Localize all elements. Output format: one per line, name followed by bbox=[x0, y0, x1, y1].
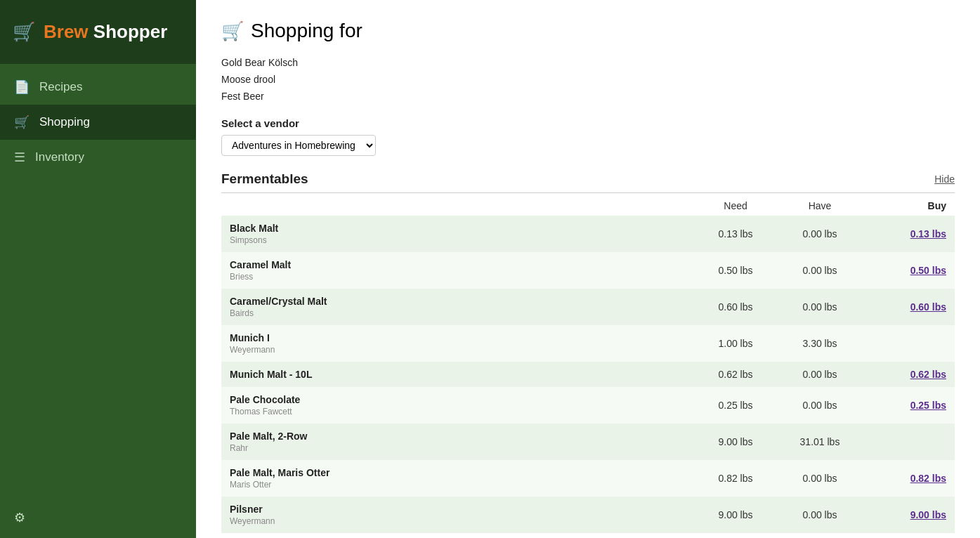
col-buy[interactable]: 0.60 lbs bbox=[862, 301, 946, 313]
buy-link[interactable]: 0.13 lbs bbox=[910, 228, 946, 240]
col-need: 0.50 lbs bbox=[693, 265, 778, 276]
col-need: 0.82 lbs bbox=[693, 473, 778, 484]
row-name: Pilsner bbox=[230, 504, 693, 515]
gear-icon: ⚙ bbox=[14, 511, 25, 525]
col-header-name bbox=[230, 200, 693, 211]
main-content: 🛒 Shopping for Gold Bear Kölsch Moose dr… bbox=[196, 0, 980, 538]
col-buy[interactable]: 0.50 lbs bbox=[862, 265, 946, 276]
sidebar-header: 🛒 Brew Shopper bbox=[0, 0, 196, 64]
row-name: Caramel Malt bbox=[230, 259, 693, 270]
recipe-list: Gold Bear Kölsch Moose drool Fest Beer bbox=[221, 55, 955, 105]
buy-link[interactable]: 9.00 lbs bbox=[910, 509, 946, 520]
fermentables-header: Fermentables Hide bbox=[221, 171, 955, 193]
col-have: 0.00 lbs bbox=[778, 265, 862, 276]
col-have: 0.00 lbs bbox=[778, 369, 862, 380]
vendor-label: Select a vendor bbox=[221, 117, 955, 129]
col-need: 0.25 lbs bbox=[693, 400, 778, 411]
table-row: PilsnerWeyermann9.00 lbs0.00 lbs9.00 lbs bbox=[221, 497, 955, 533]
row-name: Black Malt bbox=[230, 223, 693, 234]
table-row: Pale Malt, Maris OtterMaris Otter0.82 lb… bbox=[221, 460, 955, 497]
col-need: 0.13 lbs bbox=[693, 228, 778, 240]
recipe-item-1: Gold Bear Kölsch bbox=[221, 55, 955, 72]
col-need: 0.62 lbs bbox=[693, 369, 778, 380]
brand-brew: Brew bbox=[44, 21, 89, 42]
table-row: Caramel/Crystal MaltBairds0.60 lbs0.00 l… bbox=[221, 289, 955, 325]
col-have: 0.00 lbs bbox=[778, 509, 862, 520]
col-need: 0.60 lbs bbox=[693, 301, 778, 313]
col-have: 0.00 lbs bbox=[778, 228, 862, 240]
col-header-have: Have bbox=[778, 200, 862, 211]
recipe-item-2: Moose drool bbox=[221, 72, 955, 88]
page-title: 🛒 Shopping for bbox=[221, 20, 955, 42]
row-brand: Bairds bbox=[230, 308, 693, 318]
col-need: 9.00 lbs bbox=[693, 509, 778, 520]
col-header-need: Need bbox=[693, 200, 778, 211]
col-buy[interactable]: 9.00 lbs bbox=[862, 509, 946, 520]
brand-shopper: Shopper bbox=[89, 21, 168, 42]
col-buy[interactable]: 0.13 lbs bbox=[862, 228, 946, 240]
row-name: Munich Malt - 10L bbox=[230, 369, 693, 380]
row-brand: Rahr bbox=[230, 443, 693, 453]
table-row: Pale ChocolateThomas Fawcett0.25 lbs0.00… bbox=[221, 387, 955, 424]
row-name: Caramel/Crystal Malt bbox=[230, 296, 693, 307]
table-row: Black MaltSimpsons0.13 lbs0.00 lbs0.13 l… bbox=[221, 216, 955, 252]
table-header: Need Have Buy bbox=[221, 193, 955, 216]
fermentables-table: Black MaltSimpsons0.13 lbs0.00 lbs0.13 l… bbox=[221, 216, 955, 533]
sidebar-item-recipes[interactable]: 📄 Recipes bbox=[0, 70, 196, 105]
sidebar: 🛒 Brew Shopper 📄 Recipes 🛒 Shopping ☰ In… bbox=[0, 0, 196, 538]
recipes-icon: 📄 bbox=[14, 79, 30, 95]
row-brand: Weyermann bbox=[230, 345, 693, 355]
sidebar-item-shopping[interactable]: 🛒 Shopping bbox=[0, 105, 196, 140]
buy-link[interactable]: 0.60 lbs bbox=[910, 301, 946, 313]
col-have: 0.00 lbs bbox=[778, 400, 862, 411]
hide-link[interactable]: Hide bbox=[934, 173, 955, 185]
row-brand: Briess bbox=[230, 272, 693, 282]
buy-link[interactable]: 0.50 lbs bbox=[910, 265, 946, 276]
col-have: 3.30 lbs bbox=[778, 338, 862, 349]
col-have: 0.00 lbs bbox=[778, 473, 862, 484]
row-name: Pale Malt, 2-Row bbox=[230, 431, 693, 442]
row-brand: Simpsons bbox=[230, 235, 693, 245]
row-name: Pale Chocolate bbox=[230, 394, 693, 405]
row-brand: Thomas Fawcett bbox=[230, 407, 693, 416]
col-need: 1.00 lbs bbox=[693, 338, 778, 349]
vendor-select[interactable]: Adventures in Homebrewing bbox=[221, 135, 376, 156]
sidebar-item-inventory[interactable]: ☰ Inventory bbox=[0, 140, 196, 175]
table-row: Munich IWeyermann1.00 lbs3.30 lbs bbox=[221, 325, 955, 362]
table-row: Caramel MaltBriess0.50 lbs0.00 lbs0.50 l… bbox=[221, 252, 955, 289]
brand-icon: 🛒 bbox=[13, 21, 35, 43]
buy-link[interactable]: 0.25 lbs bbox=[910, 400, 946, 411]
col-need: 9.00 lbs bbox=[693, 436, 778, 447]
table-row: Pale Malt, 2-RowRahr9.00 lbs31.01 lbs bbox=[221, 424, 955, 460]
col-buy[interactable]: 0.82 lbs bbox=[862, 473, 946, 484]
row-brand: Maris Otter bbox=[230, 480, 693, 490]
fermentables-title: Fermentables bbox=[221, 171, 308, 187]
sidebar-item-label-recipes: Recipes bbox=[39, 80, 82, 94]
col-buy[interactable]: 0.62 lbs bbox=[862, 369, 946, 380]
col-have: 0.00 lbs bbox=[778, 301, 862, 313]
inventory-icon: ☰ bbox=[14, 150, 25, 165]
recipe-item-3: Fest Beer bbox=[221, 88, 955, 105]
sidebar-item-label-shopping: Shopping bbox=[39, 115, 90, 129]
settings-button[interactable]: ⚙ bbox=[0, 497, 196, 538]
sidebar-item-label-inventory: Inventory bbox=[35, 150, 84, 164]
row-name: Munich I bbox=[230, 332, 693, 343]
buy-link[interactable]: 0.62 lbs bbox=[910, 369, 946, 380]
col-header-buy: Buy bbox=[862, 200, 946, 211]
brand-name: Brew Shopper bbox=[44, 21, 167, 43]
col-have: 31.01 lbs bbox=[778, 436, 862, 447]
nav-items: 📄 Recipes 🛒 Shopping ☰ Inventory bbox=[0, 64, 196, 497]
col-buy[interactable]: 0.25 lbs bbox=[862, 400, 946, 411]
shopping-icon: 🛒 bbox=[14, 114, 30, 130]
shopping-cart-icon: 🛒 bbox=[221, 20, 244, 42]
row-brand: Weyermann bbox=[230, 516, 693, 526]
buy-link[interactable]: 0.82 lbs bbox=[910, 473, 946, 484]
table-row: Munich Malt - 10L0.62 lbs0.00 lbs0.62 lb… bbox=[221, 362, 955, 387]
row-name: Pale Malt, Maris Otter bbox=[230, 467, 693, 478]
